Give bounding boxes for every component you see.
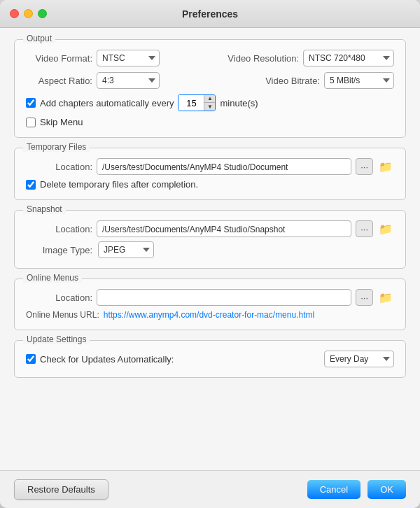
video-format-label: Video Format:	[26, 53, 92, 64]
spinner-up-btn[interactable]: ▲	[204, 95, 215, 103]
ok-button[interactable]: OK	[368, 480, 406, 499]
snapshot-dots-button[interactable]: ···	[356, 220, 373, 237]
close-button[interactable]	[10, 9, 19, 18]
delete-temp-checkbox[interactable]	[26, 180, 36, 190]
aspect-ratio-label: Aspect Ratio:	[26, 76, 92, 86]
skip-menu-label: Skip Menu	[40, 117, 83, 127]
content-area: Output Video Format: NTSC PAL Video Reso…	[0, 28, 420, 470]
snapshot-section-label: Snapshot	[23, 204, 66, 214]
video-resolution-select[interactable]: NTSC 720*480 NTSC 720*576	[303, 50, 394, 66]
btn-right-group: Cancel OK	[307, 480, 406, 499]
spinner-buttons: ▲ ▼	[204, 95, 215, 111]
window-title: Preferences	[182, 8, 238, 20]
update-settings-section: Update Settings Check for Updates Automa…	[14, 340, 406, 378]
image-type-select[interactable]: JPEG PNG BMP	[98, 241, 154, 258]
update-settings-section-label: Update Settings	[23, 334, 90, 344]
spinner-down-btn[interactable]: ▼	[204, 103, 215, 111]
video-bitrate-select[interactable]: 5 MBit/s 8 MBit/s	[324, 72, 394, 89]
online-dots-button[interactable]: ···	[356, 289, 373, 306]
check-updates-label: Check for Updates Automatically:	[40, 354, 174, 365]
chapters-label: Add chapters automatically every	[40, 98, 174, 108]
video-bitrate-label: Video Bitrate:	[253, 76, 320, 86]
online-menus-section-label: Online Menus	[23, 273, 82, 283]
chapters-spinner[interactable]: 15 ▲ ▼	[178, 94, 216, 111]
snapshot-location-field: /Users/test/Documents/AnyMP4 Studio/Snap…	[97, 220, 351, 237]
bottom-bar: Restore Defaults Cancel OK	[0, 470, 420, 508]
video-format-select[interactable]: NTSC PAL	[97, 50, 160, 66]
auto-update-checkbox[interactable]	[26, 354, 36, 364]
online-location-field	[97, 289, 351, 306]
temp-folder-button[interactable]: 📁	[377, 158, 394, 175]
maximize-button[interactable]	[38, 9, 47, 18]
minimize-button[interactable]	[24, 9, 33, 18]
online-folder-button[interactable]: 📁	[377, 289, 394, 306]
temp-location-label: Location:	[26, 162, 92, 172]
restore-defaults-button[interactable]: Restore Defaults	[14, 479, 108, 500]
online-menus-section: Online Menus Location: ··· 📁 Online Menu…	[14, 278, 406, 330]
chapters-checkbox[interactable]	[26, 98, 36, 108]
cancel-button[interactable]: Cancel	[307, 480, 360, 499]
temp-files-section: Temporary Files Location: /Users/test/Do…	[14, 148, 406, 200]
video-resolution-label: Video Resolution:	[227, 53, 299, 64]
url-label: Online Menus URL:	[26, 310, 99, 320]
output-section: Output Video Format: NTSC PAL Video Reso…	[14, 39, 406, 138]
temp-files-section-label: Temporary Files	[23, 142, 90, 152]
temp-dots-button[interactable]: ···	[356, 158, 373, 175]
online-location-label: Location:	[26, 292, 92, 303]
snapshot-folder-button[interactable]: 📁	[377, 220, 394, 237]
traffic-lights	[10, 9, 47, 18]
chapters-input[interactable]: 15	[178, 95, 204, 111]
skip-menu-checkbox[interactable]	[26, 118, 36, 127]
snapshot-section: Snapshot Location: /Users/test/Documents…	[14, 210, 406, 269]
titlebar: Preferences	[0, 0, 420, 28]
image-type-label: Image Type:	[26, 245, 92, 255]
online-menus-url[interactable]: https://www.anymp4.com/dvd-creator-for-m…	[104, 310, 314, 320]
snapshot-location-label: Location:	[26, 224, 92, 234]
update-frequency-select[interactable]: Every Day Every Week Every Month Never	[324, 351, 394, 367]
preferences-window: Preferences Output Video Format: NTSC PA…	[0, 0, 420, 508]
aspect-ratio-select[interactable]: 4:3 16:9	[97, 72, 160, 89]
output-section-label: Output	[23, 34, 55, 43]
chapters-unit: minute(s)	[220, 98, 258, 108]
temp-location-field: /Users/test/Documents/AnyMP4 Studio/Docu…	[97, 158, 351, 175]
delete-temp-label: Delete temporary files after completion.	[40, 179, 198, 190]
